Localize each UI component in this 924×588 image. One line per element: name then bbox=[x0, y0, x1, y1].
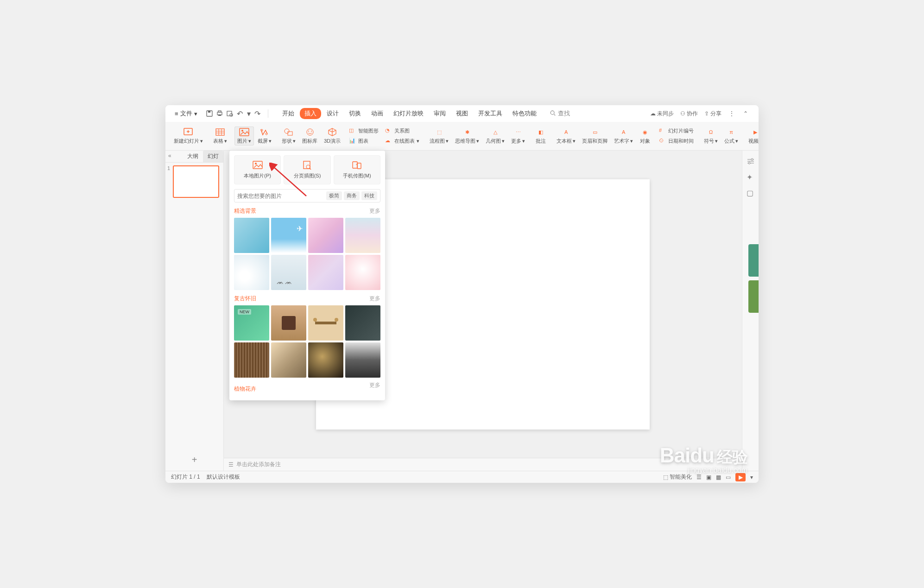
print-preview-icon[interactable] bbox=[226, 110, 234, 117]
panel-collapse-icon[interactable]: « bbox=[168, 152, 171, 159]
tab-animation[interactable]: 动画 bbox=[367, 107, 388, 120]
share-button[interactable]: ⇪ 分享 bbox=[704, 110, 721, 118]
bg-thumb[interactable]: ✈ bbox=[271, 218, 306, 253]
bg-thumb[interactable] bbox=[308, 342, 343, 378]
bg-thumb[interactable] bbox=[234, 218, 269, 253]
more-link[interactable]: 更多 bbox=[369, 381, 380, 393]
bg-thumb[interactable] bbox=[308, 305, 343, 341]
tab-design[interactable]: 设计 bbox=[322, 107, 343, 120]
local-image-button[interactable]: 本地图片(P) bbox=[234, 155, 281, 184]
more-button[interactable]: ⋯更多 ▾ bbox=[508, 126, 528, 145]
page-illustration-button[interactable]: 分页插图(S) bbox=[284, 155, 330, 184]
bg-thumb[interactable] bbox=[234, 255, 269, 290]
tab-special[interactable]: 特色功能 bbox=[508, 107, 541, 120]
image-dropdown-panel: 本地图片(P) 分页插图(S) 手机传图(M) 极简 商务 科技 精选背景 更多 bbox=[229, 151, 385, 400]
video-button[interactable]: ▶视频 ▾ bbox=[746, 126, 759, 145]
more-icon[interactable]: ⋮ bbox=[728, 110, 735, 117]
pi-icon: π bbox=[726, 127, 737, 137]
bg-thumb[interactable] bbox=[234, 342, 269, 378]
tab-insert[interactable]: 插入 bbox=[300, 108, 321, 119]
outline-tab[interactable]: 大纲 bbox=[183, 151, 203, 162]
side-tab-2[interactable] bbox=[748, 280, 759, 313]
symbol-button[interactable]: Ω符号 ▾ bbox=[701, 126, 721, 145]
side-tab-1[interactable] bbox=[748, 244, 759, 277]
smartart-icon: ◫ bbox=[349, 127, 356, 135]
chevron-down-icon[interactable]: ▾ bbox=[750, 474, 753, 481]
bg-thumb[interactable]: NEW bbox=[234, 305, 269, 341]
more-link[interactable]: 更多 bbox=[369, 207, 380, 215]
bg-thumb[interactable] bbox=[345, 255, 380, 290]
bg-thumb[interactable] bbox=[345, 342, 380, 378]
image-button[interactable]: 图片 ▾ bbox=[234, 126, 254, 145]
layout-icon[interactable]: ▢ bbox=[747, 189, 755, 197]
print-icon[interactable] bbox=[216, 110, 223, 117]
tab-slideshow[interactable]: 幻灯片放映 bbox=[389, 107, 428, 120]
more-link[interactable]: 更多 bbox=[369, 295, 380, 303]
datetime-button[interactable]: ⏲日期和时间 bbox=[656, 137, 696, 146]
file-menu[interactable]: ≡ 文件 ▾ bbox=[171, 108, 201, 119]
bg-thumb[interactable] bbox=[345, 218, 380, 253]
redo-icon[interactable]: ↷ bbox=[254, 110, 261, 117]
flow-icon: ⬚ bbox=[434, 127, 445, 137]
headerfooter-button[interactable]: ▭页眉和页脚 bbox=[579, 126, 610, 145]
bg-thumb[interactable] bbox=[271, 342, 306, 378]
comment-button[interactable]: ◧批注 bbox=[532, 126, 549, 145]
bg-thumb[interactable] bbox=[345, 305, 380, 341]
table-button[interactable]: 表格 ▾ bbox=[210, 126, 230, 145]
add-slide-button[interactable]: + bbox=[165, 449, 223, 471]
chevron-down-icon[interactable]: ▾ bbox=[247, 110, 251, 117]
sync-status[interactable]: ☁ 未同步 bbox=[650, 110, 674, 118]
collapse-ribbon-icon[interactable]: ⌃ bbox=[742, 110, 749, 117]
slideshow-button[interactable]: ▶ bbox=[735, 473, 746, 481]
image-search[interactable]: 极简 商务 科技 bbox=[234, 189, 380, 202]
undo-icon[interactable]: ↶ bbox=[236, 110, 244, 117]
tab-review[interactable]: 审阅 bbox=[429, 107, 450, 120]
new-slide-button[interactable]: 新建幻灯片 ▾ bbox=[171, 126, 206, 145]
slide-thumbnail-1[interactable]: 1 bbox=[168, 165, 221, 198]
mindmap-button[interactable]: ✱思维导图 ▾ bbox=[452, 126, 482, 145]
object-button[interactable]: ◉对象 bbox=[637, 126, 653, 145]
tab-view[interactable]: 视图 bbox=[451, 107, 473, 120]
normal-view-icon[interactable]: ▣ bbox=[706, 474, 711, 481]
phone-upload-button[interactable]: 手机传图(M) bbox=[334, 155, 380, 184]
reading-view-icon[interactable]: ▭ bbox=[726, 474, 731, 481]
tab-start[interactable]: 开始 bbox=[278, 107, 299, 120]
sorter-view-icon[interactable]: ▦ bbox=[716, 474, 721, 481]
divider bbox=[268, 109, 268, 118]
bg-thumb[interactable] bbox=[308, 218, 343, 253]
menu-icon[interactable]: ☰ bbox=[696, 474, 702, 481]
chip-tech[interactable]: 科技 bbox=[361, 191, 377, 200]
wordart-button[interactable]: A艺术字 ▾ bbox=[611, 126, 636, 145]
onlinechart-button[interactable]: ☁在线图表 ▾ bbox=[382, 137, 422, 146]
3d-button[interactable]: 3D演示 bbox=[321, 126, 343, 145]
settings-icon[interactable] bbox=[747, 157, 755, 165]
textbox-button[interactable]: A文本框 ▾ bbox=[554, 126, 578, 145]
relation-button[interactable]: ◔关系图 bbox=[382, 126, 422, 136]
geometry-button[interactable]: △几何图 ▾ bbox=[483, 126, 507, 145]
bg-thumb[interactable] bbox=[308, 255, 343, 290]
3d-label: 3D演示 bbox=[324, 138, 341, 145]
shape-button[interactable]: 形状 ▾ bbox=[279, 126, 298, 145]
notes-bar[interactable]: ☰ 单击此处添加备注 bbox=[224, 458, 742, 471]
magic-icon[interactable]: ✦ bbox=[747, 173, 755, 181]
search-input[interactable] bbox=[237, 193, 324, 199]
slides-tab[interactable]: 幻灯 bbox=[203, 151, 223, 162]
bg-thumb[interactable] bbox=[271, 305, 306, 341]
flow-button[interactable]: ⬚流程图 ▾ bbox=[427, 126, 451, 145]
symbol-icon: Ω bbox=[705, 127, 716, 137]
coop-button[interactable]: ⚇ 协作 bbox=[680, 110, 698, 118]
chip-minimal[interactable]: 极简 bbox=[326, 191, 342, 200]
smartart-button[interactable]: ◫智能图形 bbox=[346, 126, 381, 136]
tab-dev[interactable]: 开发工具 bbox=[474, 107, 507, 120]
chip-business[interactable]: 商务 bbox=[344, 191, 360, 200]
slidenum-button[interactable]: #幻灯片编号 bbox=[656, 126, 696, 136]
search-group[interactable]: 查找 bbox=[545, 109, 575, 118]
equation-button[interactable]: π公式 ▾ bbox=[721, 126, 741, 145]
beautify-button[interactable]: ⬚智能美化 bbox=[663, 473, 692, 481]
chart-button[interactable]: 📊图表 bbox=[346, 137, 381, 146]
save-icon[interactable] bbox=[206, 110, 213, 117]
tab-transition[interactable]: 切换 bbox=[344, 107, 366, 120]
iconlib-button[interactable]: 图标库 bbox=[299, 126, 320, 145]
screenshot-button[interactable]: 截屏 ▾ bbox=[255, 126, 274, 145]
bg-thumb[interactable]: ᨏ ᨏ bbox=[271, 255, 306, 290]
